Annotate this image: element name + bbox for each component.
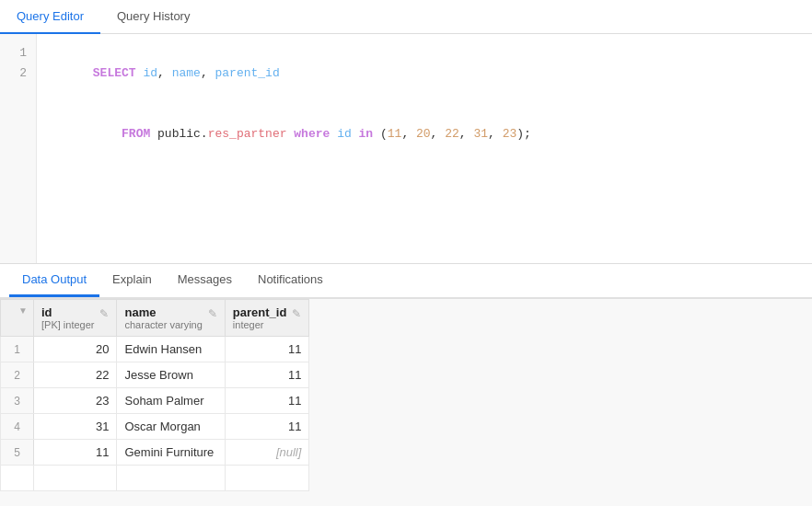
tab-explain[interactable]: Explain bbox=[99, 264, 165, 297]
cell-parent-id-2: 11 bbox=[225, 362, 309, 388]
cell-name-5: Gemini Furniture bbox=[117, 440, 225, 466]
tab-messages[interactable]: Messages bbox=[165, 264, 245, 297]
cell-rownum-3: 3 bbox=[1, 388, 34, 414]
kw-where: where bbox=[294, 127, 330, 141]
tab-data-output[interactable]: Data Output bbox=[9, 264, 99, 297]
col-header-rownum: ▼ bbox=[1, 300, 34, 337]
table-row: 323Soham Palmer11 bbox=[1, 388, 309, 414]
table-row: 120Edwin Hansen11 bbox=[1, 337, 309, 362]
cell-rownum-5: 5 bbox=[1, 440, 34, 466]
tab-notifications-label: Notifications bbox=[258, 272, 323, 286]
line-numbers: 1 2 bbox=[0, 34, 37, 263]
tab-data-output-label: Data Output bbox=[22, 272, 87, 286]
tab-query-editor-label: Query Editor bbox=[17, 9, 84, 23]
tab-query-editor[interactable]: Query Editor bbox=[0, 0, 100, 34]
col-header-name: name character varying ✎ bbox=[117, 300, 225, 337]
cell-parent-id-4: 11 bbox=[225, 414, 309, 440]
top-tabs: Query Editor Query History bbox=[0, 0, 812, 34]
cell-rownum-4: 4 bbox=[1, 414, 34, 440]
cell-rownum-2: 2 bbox=[1, 362, 34, 388]
table-row: 222Jesse Brown11 bbox=[1, 362, 309, 388]
col-id-type: [PK] integer bbox=[41, 319, 94, 330]
kw-in: in bbox=[359, 127, 374, 141]
tab-messages-label: Messages bbox=[178, 272, 232, 286]
col-parent-id-type: integer bbox=[233, 319, 287, 330]
col-id: id bbox=[143, 66, 157, 80]
table-row: 511Gemini Furniture[null] bbox=[1, 440, 309, 466]
col-name-label: name bbox=[124, 305, 202, 319]
cell-id-4: 31 bbox=[34, 414, 117, 440]
code-line-1: SELECT id, name, parent_id bbox=[50, 43, 799, 104]
col-name: name bbox=[172, 66, 201, 80]
output-tabs: Data Output Explain Messages Notificatio… bbox=[0, 264, 812, 299]
line-num-2: 2 bbox=[0, 63, 36, 84]
results-table: ▼ id [PK] integer ✎ bbox=[0, 299, 309, 491]
code-area[interactable]: SELECT id, name, parent_id FROM public.r… bbox=[37, 34, 812, 263]
table-ref: res_partner bbox=[208, 127, 287, 141]
col-parent-id: parent_id bbox=[215, 66, 279, 80]
tab-notifications[interactable]: Notifications bbox=[245, 264, 336, 297]
bottom-section: Data Output Explain Messages Notificatio… bbox=[0, 264, 812, 506]
edit-icon-name[interactable]: ✎ bbox=[208, 307, 217, 320]
cell-parent-id-5: [null] bbox=[225, 440, 309, 466]
cell-id-3: 23 bbox=[34, 388, 117, 414]
col-name-type: character varying bbox=[124, 319, 202, 330]
tab-query-history[interactable]: Query History bbox=[100, 0, 206, 34]
code-line-2: FROM public.res_partner where id in (11,… bbox=[50, 104, 799, 165]
edit-icon-id[interactable]: ✎ bbox=[99, 307, 109, 320]
col-id-ref: id bbox=[330, 127, 358, 141]
cell-name-3: Soham Palmer bbox=[117, 388, 225, 414]
kw-from: FROM bbox=[122, 127, 150, 141]
col-id-name: id bbox=[41, 305, 94, 319]
tab-explain-label: Explain bbox=[112, 272, 152, 286]
cell-id-1: 20 bbox=[34, 337, 117, 362]
cell-name-1: Edwin Hansen bbox=[117, 337, 225, 362]
empty-row bbox=[1, 466, 309, 491]
col-header-parent-id: parent_id integer ✎ bbox=[225, 300, 309, 337]
data-table-wrapper: ▼ id [PK] integer ✎ bbox=[0, 299, 812, 506]
cell-id-2: 22 bbox=[34, 362, 117, 388]
table-row: 431Oscar Morgan11 bbox=[1, 414, 309, 440]
cell-id-5: 11 bbox=[34, 440, 117, 466]
sort-icon-rownum: ▼ bbox=[18, 305, 28, 316]
col-header-id: id [PK] integer ✎ bbox=[34, 300, 117, 337]
cell-parent-id-3: 11 bbox=[225, 388, 309, 414]
query-editor-panel: 1 2 SELECT id, name, parent_id FROM publ… bbox=[0, 34, 812, 264]
tab-query-history-label: Query History bbox=[117, 9, 190, 23]
kw-select: SELECT bbox=[93, 66, 136, 80]
table-header-row: ▼ id [PK] integer ✎ bbox=[1, 300, 309, 337]
col-parent-id-label: parent_id bbox=[233, 305, 287, 319]
cell-rownum-1: 1 bbox=[1, 337, 34, 362]
cell-name-4: Oscar Morgan bbox=[117, 414, 225, 440]
edit-icon-parent-id[interactable]: ✎ bbox=[292, 307, 301, 320]
cell-name-2: Jesse Brown bbox=[117, 362, 225, 388]
line-num-1: 1 bbox=[0, 43, 36, 63]
cell-parent-id-1: 11 bbox=[225, 337, 309, 362]
